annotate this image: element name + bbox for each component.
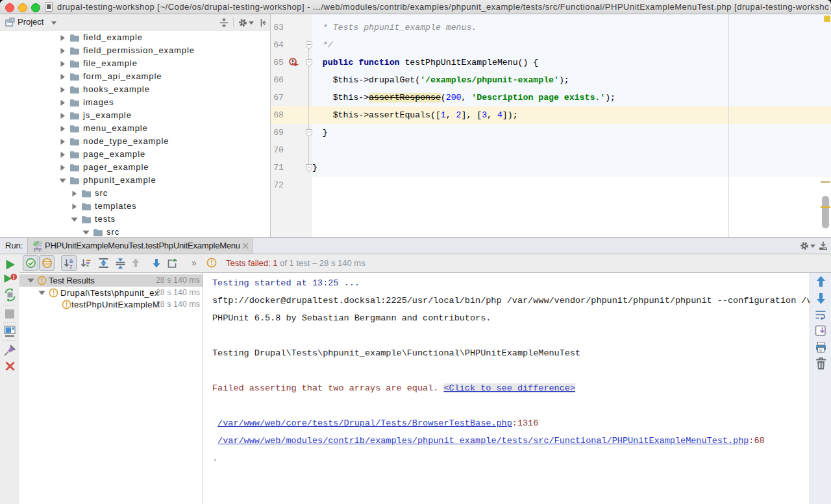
svg-text:php: php [34,246,42,252]
svg-text:z: z [69,263,73,270]
